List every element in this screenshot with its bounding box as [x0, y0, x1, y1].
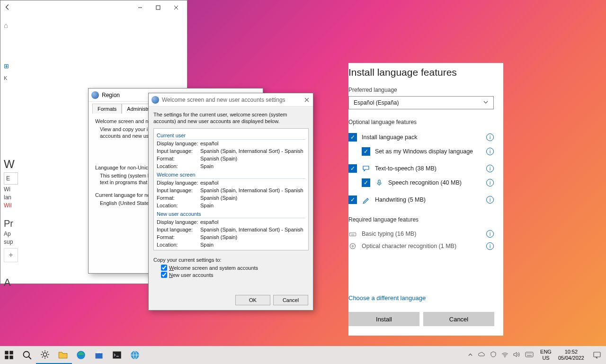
kv-row: Display language:español: [157, 218, 305, 226]
notifications-button[interactable]: [588, 346, 606, 364]
tray-keyboard-icon[interactable]: [525, 352, 534, 359]
ocr-icon: [348, 242, 357, 250]
settings-main-peek: W E Wi lan Wil Pr Ap sup + A: [4, 156, 18, 290]
microphone-icon: [375, 178, 383, 187]
cancel-button[interactable]: Cancel: [423, 312, 494, 326]
checkbox-checked-icon[interactable]: ✓: [362, 147, 370, 156]
welcome-dialog[interactable]: Welcome screen and new user accounts set…: [148, 93, 313, 311]
start-button[interactable]: [0, 346, 18, 364]
svg-rect-6: [5, 355, 9, 359]
settings-nav-peek: ⌂ ⊞ K: [4, 19, 9, 84]
copy-label: Copy your current settings to:: [153, 257, 308, 263]
welcome-body: The settings for the current user, welco…: [149, 107, 313, 284]
taskbar-explorer[interactable]: [54, 346, 72, 364]
required-ocr: Optical character recognition (1 MB) i: [348, 240, 494, 252]
kv-row: Format:Spanish (Spain): [157, 233, 305, 241]
search-button[interactable]: [18, 346, 36, 364]
svg-rect-4: [5, 351, 9, 355]
taskbar-store[interactable]: [90, 346, 108, 364]
tray-security-icon[interactable]: [490, 351, 497, 359]
required-typing: Basic typing (16 MB) i: [348, 228, 494, 240]
welcome-intro: The settings for the current user, welco…: [153, 111, 308, 124]
info-icon[interactable]: i: [486, 148, 494, 155]
kv-row: Display language:español: [157, 179, 305, 186]
language-indicator[interactable]: ENG US: [537, 349, 554, 361]
svg-rect-5: [9, 351, 13, 355]
svg-point-8: [24, 352, 30, 358]
settings-titlebar[interactable]: [0, 0, 187, 15]
checkbox-checked-icon[interactable]: ✓: [348, 164, 357, 173]
tab-formats[interactable]: Formats: [92, 104, 122, 114]
chevron-down-icon: [483, 99, 489, 107]
ok-button[interactable]: OK: [235, 295, 270, 305]
taskbar-terminal[interactable]: [108, 346, 126, 364]
svg-rect-16: [594, 352, 600, 357]
checkbox-welcome-screen[interactable]: Welcome screen and system accounts: [161, 265, 308, 271]
welcome-titlebar[interactable]: Welcome screen and new user accounts set…: [149, 93, 313, 107]
taskbar-edge[interactable]: [72, 346, 90, 364]
info-icon[interactable]: i: [486, 230, 494, 238]
maximize-button[interactable]: [149, 1, 167, 14]
tray-chevron-up-icon[interactable]: [468, 352, 473, 359]
svg-rect-7: [9, 355, 13, 359]
svg-rect-0: [156, 6, 160, 9]
window-controls: [131, 1, 187, 14]
back-button[interactable]: [4, 4, 11, 12]
feature-tts[interactable]: ✓ Text-to-speech (38 MB) i: [348, 161, 494, 176]
svg-point-9: [43, 353, 47, 356]
close-button[interactable]: [303, 97, 310, 103]
taskbar[interactable]: ENG US 10:52 05/04/2022: [0, 346, 606, 364]
modal-buttons: Install Cancel: [348, 312, 494, 326]
choose-different-language-link[interactable]: Choose a different language: [348, 294, 426, 302]
feature-speech-recognition[interactable]: ✓ Speech recognition (40 MB) i: [348, 176, 494, 190]
tray-volume-icon[interactable]: [513, 351, 520, 359]
feature-install-pack[interactable]: ✓ Install language pack i: [348, 130, 494, 144]
taskbar-settings[interactable]: [36, 346, 54, 364]
checkbox-input[interactable]: [161, 265, 167, 271]
kv-row: Location:Spain: [157, 162, 305, 170]
install-button[interactable]: Install: [348, 312, 419, 326]
checkbox-new-user[interactable]: New user accounts: [161, 272, 308, 278]
svg-rect-2: [349, 233, 356, 236]
kv-row: Location:Spain: [157, 241, 305, 249]
kv-row: Location:Spain: [157, 202, 305, 209]
info-icon[interactable]: i: [486, 196, 494, 204]
taskbar-globe[interactable]: [126, 346, 144, 364]
checkbox-checked-icon[interactable]: ✓: [348, 195, 357, 204]
clock[interactable]: 10:52 05/04/2022: [554, 349, 588, 361]
minimize-button[interactable]: [131, 1, 149, 14]
modal-title: Install language features: [348, 67, 503, 78]
system-tray[interactable]: [464, 351, 537, 359]
optional-features-heading: Optional language features: [348, 119, 503, 125]
checkbox-input[interactable]: [161, 272, 167, 278]
pen-icon: [362, 195, 370, 204]
checkbox-checked-icon[interactable]: ✓: [348, 133, 357, 142]
section-current-user: Current user: [157, 132, 305, 140]
feature-handwriting[interactable]: ✓ Handwriting (5 MB) i: [348, 193, 494, 207]
dialog-buttons: OK Cancel: [235, 295, 308, 305]
kv-row: Format:Spanish (Spain): [157, 194, 305, 202]
globe-icon: [152, 96, 159, 104]
kv-row: Display language:español: [157, 140, 305, 147]
section-new-user: New user accounts: [157, 210, 305, 218]
feature-display-language[interactable]: ✓ Set as my Windows display language i: [348, 144, 494, 159]
keyboard-icon: [348, 230, 357, 238]
svg-rect-15: [526, 352, 533, 357]
info-icon[interactable]: i: [486, 165, 494, 172]
taskbar-right: ENG US 10:52 05/04/2022: [464, 346, 606, 364]
globe-icon: [91, 91, 99, 99]
kv-row: Input language:Spanish (Spain, Internati…: [157, 186, 305, 194]
info-icon[interactable]: i: [486, 133, 494, 141]
preferred-language-label: Preferred language: [348, 87, 503, 93]
info-icon[interactable]: i: [486, 179, 494, 186]
tray-onedrive-icon[interactable]: [478, 352, 485, 359]
tray-wifi-icon[interactable]: [501, 352, 508, 359]
info-icon[interactable]: i: [486, 242, 494, 250]
close-button[interactable]: [167, 1, 185, 14]
info-box: Current user Display language:español In…: [153, 128, 309, 250]
kv-row: Input language:Spanish (Spain, Internati…: [157, 226, 305, 233]
cancel-button[interactable]: Cancel: [273, 295, 308, 305]
preferred-language-select[interactable]: Español (España): [348, 96, 494, 109]
checkbox-checked-icon[interactable]: ✓: [362, 178, 370, 187]
install-language-modal[interactable]: Install language features Preferred lang…: [348, 63, 503, 336]
